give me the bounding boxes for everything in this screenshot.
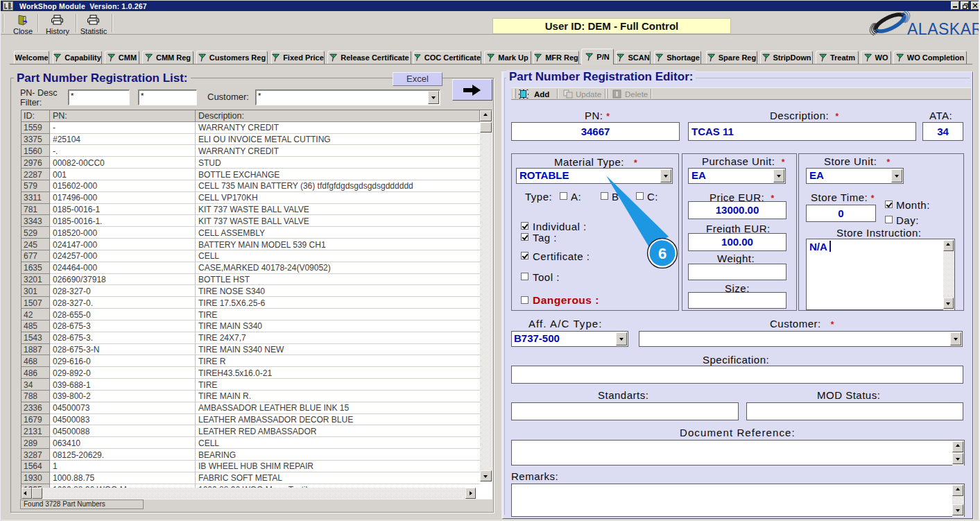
svg-text:ALASKAR: ALASKAR bbox=[907, 20, 980, 38]
svg-text:6: 6 bbox=[658, 245, 667, 262]
